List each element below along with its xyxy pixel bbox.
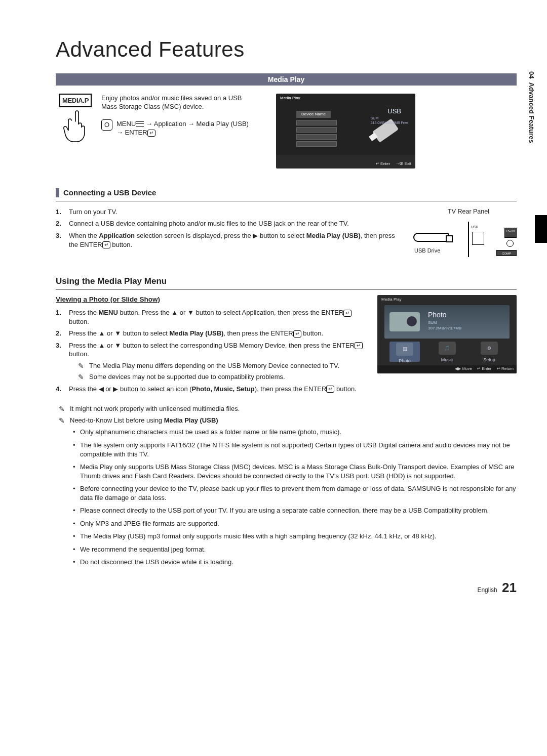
usb-drive-icon (413, 233, 449, 242)
list-item: We recommend the sequential jpeg format. (73, 545, 517, 554)
shot2-footer: ◀▶ Move ↵ Enter ↩ Return (377, 365, 517, 373)
connect-usb-steps: Turn on your TV.Connect a USB device con… (56, 207, 405, 249)
list-item: Only MP3 and JPEG file formats are suppo… (73, 519, 517, 528)
enter-icon: ↵ (147, 130, 155, 137)
list-item: Turn on your TV. (56, 207, 405, 217)
shot2-enter-hint: ↵ Enter (477, 366, 491, 371)
shot1-header: Media Play (280, 96, 300, 101)
section-heading-using-menu: Using the Media Play Menu (56, 276, 517, 290)
page-footer: English 21 (56, 579, 517, 597)
photo-icon: 🖼 (396, 343, 413, 356)
section-band-media-play: Media Play (56, 73, 517, 86)
shot2-title: Photo (428, 310, 447, 320)
list-item: When the Application selection screen is… (56, 231, 405, 249)
shot2-tiles: 🖼Photo🎵Music⚙Setup (389, 342, 504, 362)
usb-port-icon (472, 232, 484, 245)
om-icon: O (101, 119, 112, 131)
secondary-notes: It might not work properly with unlicens… (56, 404, 517, 425)
screenshot-media-play-usb: Media Play Device Name USB SUM 315.0MB/4… (276, 94, 415, 169)
shot1-device-rows (296, 120, 337, 148)
shot2-header: Media Play (381, 297, 402, 303)
media-p-button-graphic: MEDIA.P (56, 94, 95, 169)
page-title: Advanced Features (56, 35, 517, 64)
need-to-know-bullets: Only alphanumeric characters must be use… (73, 428, 517, 567)
pencil-note: Need-to-Know List before using Media Pla… (56, 416, 517, 425)
usb-drive-label: USB Drive (414, 247, 440, 255)
shot1-usb-label: USB (387, 107, 401, 116)
list-item: Press the ◀ or ▶ button to select an ico… (56, 385, 365, 394)
tv-panel-cutout: USB PC IN COMP (468, 222, 517, 257)
list-item: Before connecting your device to the TV,… (73, 484, 517, 502)
shot1-enter-hint: ↵ Enter (376, 161, 390, 166)
usb-port-label: USB (471, 225, 478, 229)
media-p-label: MEDIA.P (59, 94, 92, 108)
pencil-note: The Media Play menu differs depending on… (69, 361, 365, 370)
list-item: Press the ▲ or ▼ button to select Media … (56, 329, 365, 338)
shot2-hero: Photo SUM 307.2MB/973.7MB (384, 305, 510, 339)
shot2-sum: SUM 307.2MB/973.7MB (428, 320, 461, 331)
setup-icon: ⚙ (481, 342, 498, 355)
list-item: Do not disconnect the USB device while i… (73, 558, 517, 567)
list-item: Only alphanumeric characters must be use… (73, 428, 517, 437)
component-port: COMP (496, 250, 517, 256)
screenshot-media-play-menu: Media Play Photo SUM 307.2MB/973.7MB 🖼Ph… (377, 295, 517, 373)
shot2-tile-music: 🎵Music (432, 342, 462, 362)
list-item: Media Play only supports USB Mass Storag… (73, 463, 517, 480)
pointing-hand-icon (63, 109, 88, 145)
shot1-sum: SUM 315.0MB/495.0MB Free (371, 116, 408, 125)
list-item: Please connect directly to the USB port … (73, 506, 517, 515)
shot1-exit-hint: →⦿ Exit (395, 161, 411, 166)
shot2-move-hint: ◀▶ Move (455, 366, 472, 371)
list-item: Press the MENU button. Press the ▲ or ▼ … (56, 308, 365, 326)
page-number: 21 (502, 580, 517, 595)
menu-path: O MENU → Application → Media Play (USB) … (101, 119, 256, 137)
list-item: Connect a USB device containing photo an… (56, 219, 405, 228)
media-play-steps: Press the MENU button. Press the ▲ or ▼ … (56, 308, 365, 393)
shot2-tile-photo: 🖼Photo (389, 342, 420, 362)
menu-icon (136, 121, 144, 127)
intro-block: MEDIA.P Enjoy photos and/or music files … (56, 94, 256, 169)
pencil-note: It might not work properly with unlicens… (56, 404, 517, 413)
list-item: The file system only supports FAT16/32 (… (73, 441, 517, 458)
audio-jack-icon (506, 240, 514, 247)
rear-panel-label: TV Rear Panel (420, 207, 517, 216)
shot2-tile-setup: ⚙Setup (474, 342, 504, 362)
heading-bar-icon (56, 188, 59, 197)
footer-language: English (477, 586, 497, 594)
camera-icon (389, 312, 420, 331)
section-heading-connect-usb: Connecting a USB Device (56, 186, 517, 201)
shot1-footer: ↵ Enter →⦿ Exit (372, 161, 411, 167)
subheading-viewing-photo: Viewing a Photo (or Slide Show) (56, 295, 365, 304)
pc-in-port: PC IN (504, 228, 517, 238)
rear-panel-diagram: TV Rear Panel USB Drive USB PC IN COMP (420, 207, 517, 256)
list-item: Press the ▲ or ▼ button to select the co… (56, 341, 365, 382)
intro-description: Enjoy photos and/or music files saved on… (101, 94, 256, 111)
music-icon: 🎵 (439, 342, 456, 355)
shot2-return-hint: ↩ Return (497, 366, 514, 371)
shot1-device-name: Device Name (296, 111, 331, 118)
pencil-note: Some devices may not be supported due to… (69, 372, 365, 382)
list-item: The Media Play (USB) mp3 format only sup… (73, 532, 517, 541)
